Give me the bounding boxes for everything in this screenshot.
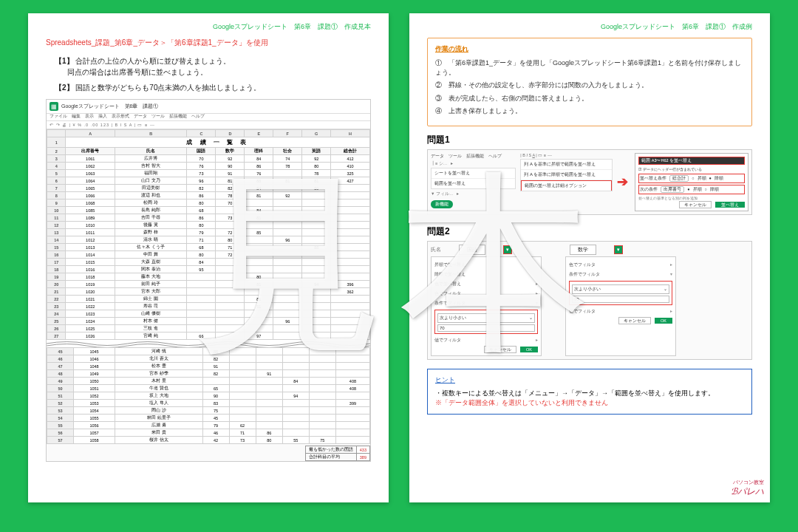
- filter-sort-desc: 降順で並べ替え: [434, 270, 538, 279]
- q2-col-sugaku: 数学: [570, 245, 596, 255]
- q1-sub-desc: 列 A を基準に降順で範囲を並べ替え: [521, 170, 612, 180]
- hint-title: ヒント: [435, 375, 744, 385]
- sort-label-1: 並べ替え条件: [640, 176, 666, 181]
- spreadsheet-title: Googleスプレッドシート 第6章 課題①: [61, 103, 158, 110]
- sort-header-check: データにヘッダー行が含まれている: [643, 167, 702, 171]
- new-feature-pill: 新機能: [431, 200, 453, 208]
- filter-cancel-button[interactable]: キャンセル: [618, 317, 651, 324]
- row-omission-wave: [47, 340, 370, 347]
- arrow-icon: ➔: [617, 174, 628, 190]
- grid-title: 成 績 一 覧 表: [66, 137, 370, 148]
- instruction-2-num: 【2】: [55, 83, 74, 92]
- sort-ok-button[interactable]: 並べ替え: [715, 202, 745, 208]
- filter-by-color: 色でフィルタ: [569, 260, 672, 270]
- sort-add-rule: 並べ替えの基準となる別の列を追加: [638, 196, 745, 200]
- sort-desc-2: 降順: [710, 187, 719, 192]
- doc-header-right: Googleスプレッドシート 第6章 課題① 作成例: [427, 22, 752, 32]
- q1-menu-sortrange: 範囲を並べ替え: [432, 179, 515, 188]
- filter-by-value: 値でフィルタ: [569, 307, 672, 316]
- filter-pane-sugaku: 色でフィルタ 条件でフィルタ 次より小さい⌄ 70 値でフィルタ キャンセル O…: [565, 256, 676, 356]
- q1-menu-sortsheet: シートを並べ替え: [432, 168, 515, 179]
- q1-menubar: データ ツール 拡張機能 ヘルプ: [431, 153, 516, 160]
- question2-screenshot: 氏名 国語 ▾ 数学 ▾ 昇順で並べ替え 降順で並べ替え 色で並べ替え 色でフィ…: [427, 241, 752, 360]
- cond-value: 70: [437, 324, 535, 332]
- q1-submenu: 列 A を基準に昇順で範囲を並べ替え 列 A を基準に降順で範囲を並べ替え 範囲…: [520, 159, 613, 191]
- instruction-1b: 同点の場合は出席番号順に並べましょう。: [67, 68, 208, 76]
- sort-label-2: 次の条件: [640, 187, 658, 192]
- q1-sub-advanced: 範囲の並べ替え詳細オプション: [521, 180, 612, 191]
- filter-sort-color: 色で並べ替え: [434, 279, 538, 289]
- brand-tagline: パソコン教室: [731, 480, 764, 485]
- q1-data-menu: シートを並べ替え 範囲を並べ替え: [431, 168, 516, 189]
- filter-icon[interactable]: ▾: [614, 245, 623, 254]
- instruction-2: 【2】 国語と数学がどちらも70点未満の人を抽出しましょう。: [46, 82, 371, 93]
- spreadsheet-menubar: ファイル 編集 表示 挿入 表示形式 データ ツール 拡張機能 ヘルプ: [47, 114, 370, 121]
- sort-col-2: 出席番号: [661, 186, 684, 193]
- workflow-title: 作業の流れ: [435, 44, 744, 54]
- spreadsheet-screenshot: ▦ Googleスプレッドシート 第6章 課題① ファイル 編集 表示 挿入 表…: [46, 99, 371, 462]
- q2-col-kokugo: 国語: [459, 245, 485, 255]
- hint-line2: ※「データ範囲全体」を選択していないと利用できません: [435, 398, 744, 408]
- workflow-box: 作業の流れ ① 「第6章課題1_データ」を使用し「Googleスプレッドシート第…: [427, 38, 752, 126]
- cond-value: 70: [572, 296, 669, 303]
- page-right: Googleスプレッドシート 第6章 課題① 作成例 作業の流れ ① 「第6章課…: [409, 13, 770, 502]
- sort-desc-1: 降順: [715, 176, 723, 181]
- grades-table: ABCDEFGH 1成 績 一 覧 表 2出席番号氏名国語数学理科社会英語総合計…: [47, 129, 370, 340]
- cond-type: 次より小さい⌄: [572, 284, 669, 294]
- sort-col-1: 総合計: [669, 175, 689, 182]
- filter-pane-kokugo: 昇順で並べ替え 降順で並べ替え 色で並べ替え 色でフィルタ 条件でフィルタ 次よ…: [431, 256, 542, 356]
- q1-sub-asc: 列 A を基準に昇順で範囲を並べ替え: [521, 160, 612, 170]
- question1-screenshot: データ ツール 拡張機能 ヘルプ ┃≡ シ… ▸ シートを並べ替え 範囲を並べ替…: [427, 149, 752, 215]
- page-left: Googleスプレッドシート 第6章 課題① 作成見本 Spreadsheets…: [28, 13, 389, 502]
- filter-ok-button[interactable]: OK: [655, 318, 672, 324]
- sort-dialog: 範囲 A3〜H62 を並べ替え ☑ データにヘッダー行が含まれている 並べ替え条…: [635, 153, 748, 211]
- instruction-1: 【1】 合計点の上位の人から順に並び替えましょう。 同点の場合は出席番号順に並べ…: [46, 55, 371, 78]
- cond-type: 次より小さい⌄: [437, 313, 535, 323]
- filter-ok-button[interactable]: OK: [520, 347, 538, 352]
- summary-box: 最も低かった数の国語433合計科目の平均389: [305, 446, 370, 461]
- question1-title: 問題1: [427, 134, 752, 146]
- filter-icon[interactable]: ▾: [503, 245, 512, 254]
- filter-by-cond: 条件でフィルタ: [569, 270, 672, 279]
- filter-by-value: 値でフィルタ: [434, 335, 538, 345]
- data-source-note: Spreadsheets_課題_第6章_データ＞「第6章課題1_データ」を使用: [46, 38, 371, 48]
- filter-cancel-button[interactable]: キャンセル: [484, 346, 516, 353]
- filter-sort-asc: 昇順で並べ替え: [434, 260, 538, 270]
- instruction-1a: 合計点の上位の人から順に並び替えましょう。: [75, 57, 231, 65]
- brand-logo: パソコン教室 ℬパレハ: [731, 480, 764, 498]
- doc-header-left: Googleスプレッドシート 第6章 課題① 作成見本: [46, 22, 371, 32]
- brand-name: パレハ: [737, 486, 764, 497]
- instruction-2-text: 国語と数学がどちらも70点未満の人を抽出しましょう。: [75, 83, 261, 92]
- instruction-1-num: 【1】: [55, 57, 74, 65]
- sort-asc-2: 昇順: [693, 187, 702, 192]
- hint-box: ヒント ・複数キーによる並べ替えは「メニュー」→「データ」→「範囲を並べ替え」を…: [427, 369, 752, 415]
- filter-by-cond: 条件でフィルタ: [434, 299, 538, 308]
- sort-asc-1: 昇順: [698, 176, 706, 181]
- sheets-icon: ▦: [50, 102, 58, 111]
- sort-cancel-button[interactable]: キャンセル: [679, 201, 712, 208]
- hint-line1: ・複数キーによる並べ替えは「メニュー」→「データ」→「範囲を並べ替え」を使用しま…: [435, 389, 744, 398]
- filter-by-color: 色でフィルタ: [434, 289, 538, 299]
- grades-table-bottom: 451045河崎 慎88461046北川 蒼太82471048松本 豊91481…: [47, 347, 370, 444]
- spreadsheet-toolbar: ↶ ↷ 🖨 | ¥ % .0 .00 123 | B I S A | ▭ ≡ ⋯: [47, 121, 370, 129]
- sort-dialog-title: 範囲 A3〜H62 を並べ替え: [638, 157, 745, 165]
- question2-title: 問題2: [427, 225, 752, 238]
